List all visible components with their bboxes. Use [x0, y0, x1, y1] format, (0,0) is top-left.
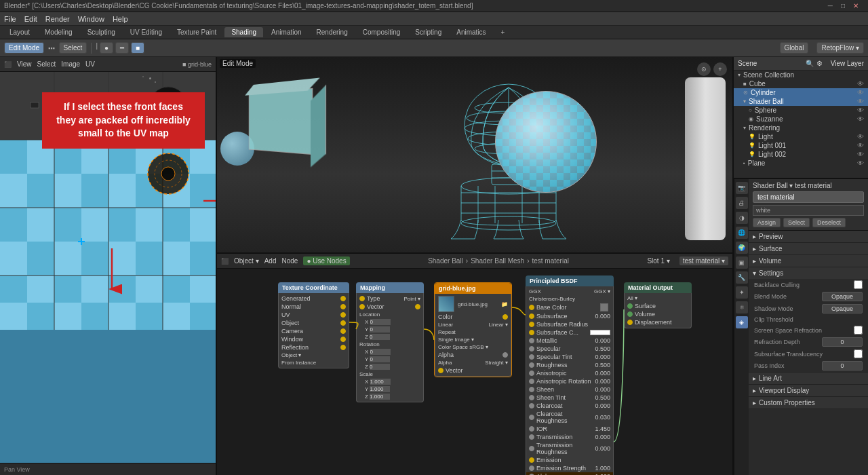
cylinder-visibility[interactable]: 👁 [857, 89, 864, 96]
section-viewport-display-header[interactable]: ▸ Viewport Display [749, 385, 868, 396]
section-surface-header[interactable]: ▸ Surface [749, 243, 868, 254]
passidx-val[interactable]: 0 [822, 361, 863, 370]
props-scene-icon[interactable]: 🌐 [736, 227, 748, 239]
section-lineart-header[interactable]: ▸ Line Art [749, 373, 868, 384]
menu-render[interactable]: Render [45, 15, 70, 23]
outliner-item-light002[interactable]: 💡 Light 002 👁 [734, 150, 868, 159]
material-name-box[interactable]: test material [753, 191, 864, 203]
suzanne-visibility[interactable]: 👁 [857, 115, 864, 123]
sphere-visibility[interactable]: 👁 [857, 107, 864, 114]
node-editor-node-menu[interactable]: Node [281, 257, 298, 265]
global-dropdown[interactable]: Global [780, 42, 809, 54]
blend-val[interactable]: Opaque [822, 292, 863, 301]
assign-btn[interactable]: Assign [753, 218, 781, 227]
mesh-select-face[interactable]: ■ [131, 42, 144, 54]
shader-ball-visibility[interactable]: 👁 [857, 98, 864, 105]
breadcrumb-material[interactable]: test material [532, 257, 568, 265]
ssr-check[interactable] [854, 326, 863, 335]
mesh-select-edge[interactable]: ━ [115, 42, 129, 54]
outliner-item-cylinder[interactable]: ⊙ Cylinder 👁 [734, 88, 868, 97]
select-btn[interactable]: Select [59, 42, 87, 54]
node-editor-add[interactable]: Add [264, 257, 277, 265]
node-editor-type[interactable]: Object ▾ [234, 257, 259, 265]
menu-window[interactable]: Window [78, 15, 104, 23]
light-visibility[interactable]: 👁 [857, 133, 864, 140]
outliner-filter-icon[interactable]: ⚙ [816, 60, 823, 67]
node-use-nodes-btn[interactable]: ● Use Nodes [303, 256, 349, 265]
node-mapping[interactable]: Mapping TypePoint ▾ Vector Location X Y … [356, 282, 424, 402]
node-material-output[interactable]: Material Output All ▾ Surface Volume Dis… [624, 282, 692, 328]
node-canvas[interactable]: Texture Coordinate Generated Normal UV O… [217, 269, 732, 475]
map-scale-z-input[interactable] [370, 394, 390, 400]
light002-visibility[interactable]: 👁 [857, 151, 864, 158]
shadow-val[interactable]: Opaque [822, 304, 863, 314]
outliner-item-shader-ball[interactable]: ▾ Shader Ball 👁 [734, 97, 868, 106]
viewport-3d[interactable]: 𝔾 [217, 57, 732, 254]
subsurftrans-check[interactable] [854, 349, 863, 358]
outliner-item-suzanne[interactable]: ◉ Suzanne 👁 [734, 115, 868, 124]
map-rot-y-input[interactable] [370, 356, 390, 362]
tab-uv-editing[interactable]: UV Editing [123, 27, 169, 37]
outliner-search-icon[interactable]: 🔍 [806, 60, 814, 67]
tab-modeling[interactable]: Modeling [38, 27, 79, 37]
viewport-persp-btn[interactable]: ⊙ [697, 62, 711, 76]
viewport-zoom-btn[interactable]: + [713, 62, 727, 76]
breadcrumb-mesh[interactable]: Shader Ball Mesh [471, 257, 524, 265]
menu-help[interactable]: Help [113, 15, 128, 23]
outliner-item-light001[interactable]: 💡 Light 001 👁 [734, 141, 868, 150]
props-object-icon[interactable]: ▣ [736, 256, 748, 269]
section-settings-header[interactable]: ▾ Settings [749, 267, 868, 279]
section-custom-props-header[interactable]: ▸ Custom Properties [749, 397, 868, 408]
props-particles-icon[interactable]: ✦ [736, 286, 748, 299]
node-principled-bsdf[interactable]: Principled BSDF GGXGGX ▾ Christensen-Bur… [526, 276, 614, 475]
deselect-btn[interactable]: Deselect [812, 218, 846, 227]
props-modifier-icon[interactable]: 🔧 [736, 271, 748, 284]
map-rot-z-input[interactable] [370, 364, 390, 370]
tab-texture-paint[interactable]: Texture Paint [170, 27, 223, 37]
outliner-item-scene-collection[interactable]: ▾ Scene Collection [734, 71, 868, 79]
map-loc-z-input[interactable] [370, 334, 390, 340]
refdepth-val[interactable]: 0 [822, 337, 863, 347]
tab-shading[interactable]: Shading [224, 27, 263, 37]
tab-layout[interactable]: Layout [3, 27, 37, 37]
props-output-icon[interactable]: 🖨 [736, 197, 748, 209]
map-scale-y-input[interactable] [370, 386, 390, 392]
tab-animation[interactable]: Animation [264, 27, 308, 37]
props-world-icon[interactable]: 🌍 [736, 242, 748, 254]
map-scale-x-input[interactable] [370, 379, 391, 385]
img-browse-btn[interactable]: 📁 [501, 301, 508, 307]
breadcrumb-shader-ball[interactable]: Shader Ball [428, 257, 463, 265]
outliner-item-light[interactable]: 💡 Light 👁 [734, 132, 868, 141]
cube-visibility[interactable]: 👁 [857, 80, 864, 88]
maximize-btn[interactable]: □ [841, 2, 845, 10]
outliner-item-cube[interactable]: ■ Cube 👁 [734, 79, 868, 88]
tab-add[interactable]: + [494, 27, 512, 37]
section-preview-header[interactable]: ▸ Preview [749, 231, 868, 242]
uv-image-menu[interactable]: Image [61, 60, 80, 68]
uv-uv-menu[interactable]: UV [85, 60, 95, 68]
uv-canvas[interactable]: If I select these front faces they are p… [0, 72, 216, 463]
props-material-icon[interactable]: ◈ [736, 316, 748, 328]
outliner-item-rendering[interactable]: ▾ Rendering [734, 124, 868, 132]
close-btn[interactable]: ✕ [853, 2, 859, 10]
props-view-layer-icon[interactable]: ◑ [736, 212, 748, 224]
map-loc-y-input[interactable] [370, 326, 390, 332]
node-texture-coord[interactable]: Texture Coordinate Generated Normal UV O… [278, 282, 349, 368]
tab-compositing[interactable]: Compositing [356, 27, 408, 37]
tab-rendering[interactable]: Rendering [310, 27, 355, 37]
outliner-item-plane[interactable]: ▪ Plane 👁 [734, 159, 868, 168]
props-physics-icon[interactable]: ⚛ [736, 301, 748, 314]
mesh-select-vertex[interactable]: ● [100, 42, 113, 54]
minimize-btn[interactable]: ─ [828, 2, 833, 10]
menu-edit[interactable]: Edit [24, 15, 37, 23]
backface-check[interactable] [854, 280, 863, 289]
uv-view-menu[interactable]: View [17, 60, 32, 68]
select-btn[interactable]: Select [783, 218, 810, 227]
tab-scripting[interactable]: Scripting [408, 27, 448, 37]
tab-animatics[interactable]: Animatics [450, 27, 492, 37]
outliner-item-sphere[interactable]: ○ Sphere 👁 [734, 106, 868, 115]
retopflow-btn[interactable]: RetopFlow ▾ [816, 42, 864, 54]
node-material-select[interactable]: test material ▾ [679, 256, 728, 265]
props-render-icon[interactable]: 📷 [736, 182, 748, 194]
edit-mode-dropdown[interactable]: Edit Mode [4, 42, 44, 54]
